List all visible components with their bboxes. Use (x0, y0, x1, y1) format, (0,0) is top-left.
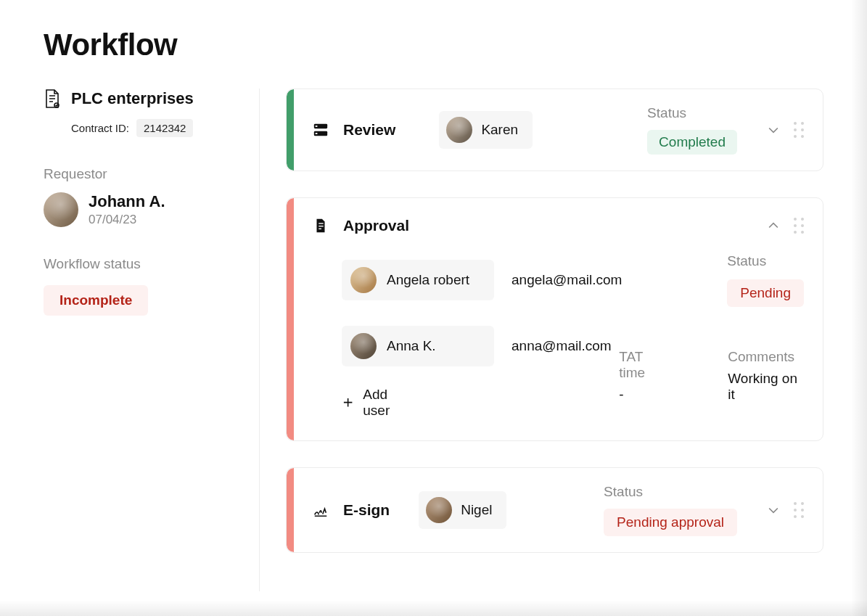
stage-accent (287, 198, 294, 440)
stage-title: Approval (343, 217, 409, 234)
avatar (350, 267, 377, 293)
requestor-section-label: Requestor (44, 166, 260, 182)
stage-title: E-sign (343, 501, 390, 519)
assignee-name: Karen (481, 122, 518, 138)
avatar (446, 117, 472, 143)
page-title: Workflow (44, 28, 823, 62)
avatar (426, 497, 452, 523)
assignee-chip[interactable]: Angela robert (342, 260, 494, 300)
stage-accent (287, 468, 294, 552)
assignee-chip[interactable]: Nigel (419, 491, 506, 529)
assignee-name: Nigel (461, 502, 492, 518)
status-badge: Pending approval (604, 509, 737, 536)
chevron-down-icon[interactable] (766, 123, 781, 137)
approver-row: Angela robert angela@mail.com Status Pen… (342, 253, 804, 307)
workflow-status-badge: Incomplete (44, 285, 148, 316)
drag-handle-icon[interactable] (794, 122, 804, 138)
status-badge: Pending (727, 279, 804, 307)
comments-value: Working on it (728, 371, 804, 403)
status-label: Status (604, 484, 643, 500)
stage-card-approval[interactable]: Approval Angela robert (286, 197, 823, 441)
stage-card-review[interactable]: Review Karen Status Completed (286, 89, 823, 171)
svg-rect-5 (319, 223, 323, 223)
assignee-chip[interactable]: Karen (439, 111, 533, 149)
approval-stage-icon (313, 218, 329, 234)
add-user-button[interactable]: Add user (342, 387, 416, 419)
document-icon (44, 89, 61, 109)
chevron-up-icon[interactable] (766, 218, 781, 233)
assignee-chip[interactable]: Anna K. (342, 326, 494, 366)
sidebar-divider (259, 89, 260, 591)
add-user-label: Add user (363, 387, 416, 419)
chevron-down-icon[interactable] (766, 503, 781, 517)
comments-label: Comments (728, 349, 804, 365)
stage-title: Review (343, 121, 395, 139)
svg-rect-6 (319, 226, 323, 226)
assignee-email: angela@mail.com (511, 272, 622, 288)
stage-card-esign[interactable]: E-sign Nigel Status Pending approval (286, 467, 823, 553)
tat-label: TAT time (619, 349, 670, 381)
sidebar: PLC enterprises Contract ID: 2142342 Req… (44, 89, 260, 316)
workflow-status-label: Workflow status (44, 256, 260, 272)
company-name: PLC enterprises (71, 89, 194, 108)
assignee-email: anna@mail.com (511, 338, 612, 354)
stage-accent (287, 89, 294, 171)
contract-id-value: 2142342 (136, 119, 193, 137)
avatar (44, 192, 78, 227)
requestor-name: Johann A. (89, 192, 165, 211)
workflow-main: Review Karen Status Completed (260, 89, 823, 553)
svg-rect-4 (316, 133, 318, 134)
status-label: Status (727, 253, 766, 269)
avatar (350, 333, 377, 359)
status-badge: Completed (647, 130, 737, 155)
signature-icon (313, 502, 329, 518)
assignee-name: Anna K. (387, 338, 436, 354)
plus-icon (342, 396, 354, 409)
svg-rect-3 (316, 126, 318, 127)
drag-handle-icon[interactable] (794, 218, 804, 234)
contract-id-label: Contract ID: (71, 122, 129, 134)
status-label: Status (647, 105, 686, 121)
drag-handle-icon[interactable] (794, 502, 804, 518)
tat-value: - (619, 387, 670, 403)
assignee-name: Angela robert (387, 272, 469, 288)
requestor-date: 07/04/23 (89, 213, 165, 227)
svg-rect-7 (319, 229, 321, 229)
review-stage-icon (313, 122, 329, 138)
